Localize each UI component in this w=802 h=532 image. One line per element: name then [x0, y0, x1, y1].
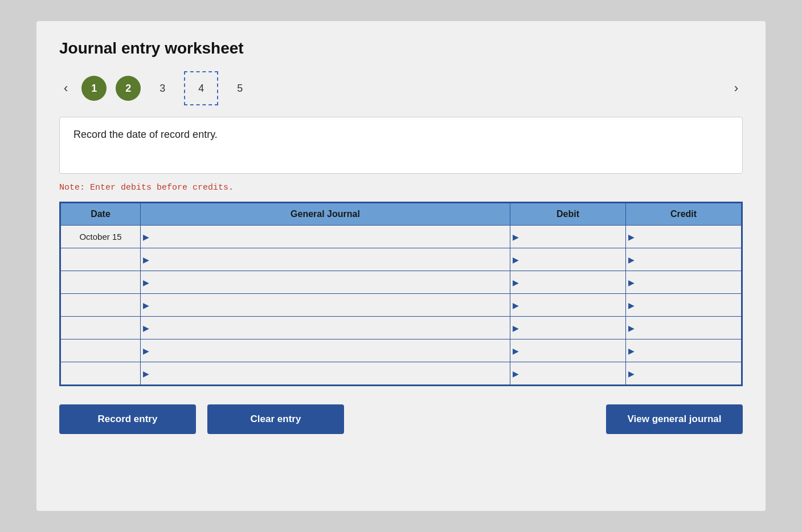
credit-arrow-4: ▶ [626, 324, 637, 333]
credit-cell-1[interactable]: ▶ [626, 248, 742, 271]
table-row: ▶▶▶ [61, 317, 742, 339]
debit-input-4[interactable] [521, 317, 625, 339]
credit-arrow-2: ▶ [626, 278, 637, 287]
debit-arrow-3: ▶ [510, 301, 521, 310]
debit-cell-5[interactable]: ▶ [510, 339, 626, 362]
credit-cell-6[interactable]: ▶ [626, 362, 742, 385]
journal-arrow-1: ▶ [141, 255, 152, 264]
instruction-text: Record the date of record entry. [73, 129, 729, 141]
record-entry-button[interactable]: Record entry [59, 404, 196, 434]
debit-arrow-4: ▶ [510, 324, 521, 333]
journal-input-2[interactable] [152, 271, 510, 293]
journal-input-5[interactable] [152, 339, 510, 362]
credit-arrow-3: ▶ [626, 301, 637, 310]
step-navigation: ‹ 1 2 3 4 5 › [59, 71, 743, 105]
journal-cell-1[interactable]: ▶ [141, 248, 510, 271]
debit-arrow-2: ▶ [510, 278, 521, 287]
journal-input-1[interactable] [152, 248, 510, 271]
note-text: Note: Enter debits before credits. [59, 183, 743, 193]
action-buttons: Record entry Clear entry View general jo… [59, 404, 743, 434]
debit-input-5[interactable] [521, 339, 625, 362]
journal-cell-5[interactable]: ▶ [141, 339, 510, 362]
credit-arrow-5: ▶ [626, 346, 637, 355]
credit-arrow-6: ▶ [626, 369, 637, 378]
journal-table-wrapper: Date General Journal Debit Credit Octobe… [59, 202, 743, 386]
credit-input-3[interactable] [637, 294, 741, 316]
journal-arrow-5: ▶ [141, 346, 152, 355]
col-debit: Debit [510, 203, 626, 226]
debit-input-6[interactable] [521, 362, 625, 384]
step-5[interactable]: 5 [227, 76, 252, 101]
page-title: Journal entry worksheet [59, 39, 743, 58]
date-cell-4 [61, 317, 141, 339]
col-journal: General Journal [141, 203, 510, 226]
credit-input-6[interactable] [637, 362, 741, 384]
journal-input-4[interactable] [152, 317, 510, 339]
step-3[interactable]: 3 [150, 76, 175, 101]
credit-input-4[interactable] [637, 317, 741, 339]
credit-input-1[interactable] [637, 248, 741, 271]
table-row: ▶▶▶ [61, 362, 742, 385]
debit-input-1[interactable] [521, 248, 625, 271]
main-container: Journal entry worksheet ‹ 1 2 3 4 5 › Re… [36, 21, 766, 511]
table-row: ▶▶▶ [61, 294, 742, 317]
step-1[interactable]: 1 [81, 76, 107, 101]
journal-arrow-0: ▶ [141, 232, 152, 242]
journal-cell-0[interactable]: ▶ [141, 226, 510, 248]
journal-arrow-2: ▶ [141, 278, 152, 287]
journal-cell-4[interactable]: ▶ [141, 317, 510, 339]
journal-input-3[interactable] [152, 294, 510, 316]
credit-cell-5[interactable]: ▶ [626, 339, 742, 362]
view-general-journal-button[interactable]: View general journal [606, 404, 743, 434]
col-credit: Credit [626, 203, 742, 226]
debit-input-0[interactable] [521, 226, 625, 248]
instruction-box: Record the date of record entry. [59, 117, 743, 174]
debit-cell-2[interactable]: ▶ [510, 271, 626, 294]
prev-arrow[interactable]: ‹ [59, 79, 72, 98]
debit-cell-1[interactable]: ▶ [510, 248, 626, 271]
debit-arrow-0: ▶ [510, 232, 521, 242]
journal-input-0[interactable] [152, 226, 510, 248]
credit-input-2[interactable] [637, 271, 741, 293]
clear-entry-button[interactable]: Clear entry [207, 404, 344, 434]
date-cell-3 [61, 294, 141, 317]
date-cell-5 [61, 339, 141, 362]
credit-arrow-0: ▶ [626, 232, 637, 242]
credit-cell-3[interactable]: ▶ [626, 294, 742, 317]
step-4[interactable]: 4 [184, 71, 218, 105]
col-date: Date [61, 203, 141, 226]
table-row: ▶▶▶ [61, 248, 742, 271]
debit-cell-0[interactable]: ▶ [510, 226, 626, 248]
debit-input-2[interactable] [521, 271, 625, 293]
credit-input-5[interactable] [637, 339, 741, 362]
journal-cell-6[interactable]: ▶ [141, 362, 510, 385]
debit-cell-6[interactable]: ▶ [510, 362, 626, 385]
table-row: ▶▶▶ [61, 271, 742, 294]
table-row: October 15▶▶▶ [61, 226, 742, 248]
journal-table: Date General Journal Debit Credit Octobe… [60, 203, 742, 385]
credit-input-0[interactable] [637, 226, 741, 248]
journal-input-6[interactable] [152, 362, 510, 384]
credit-arrow-1: ▶ [626, 255, 637, 264]
credit-cell-4[interactable]: ▶ [626, 317, 742, 339]
next-arrow[interactable]: › [730, 79, 743, 98]
debit-input-3[interactable] [521, 294, 625, 316]
journal-cell-2[interactable]: ▶ [141, 271, 510, 294]
debit-cell-4[interactable]: ▶ [510, 317, 626, 339]
date-cell-2 [61, 271, 141, 294]
date-cell-0: October 15 [61, 226, 141, 248]
credit-cell-0[interactable]: ▶ [626, 226, 742, 248]
journal-cell-3[interactable]: ▶ [141, 294, 510, 317]
journal-arrow-6: ▶ [141, 369, 152, 378]
credit-cell-2[interactable]: ▶ [626, 271, 742, 294]
date-cell-1 [61, 248, 141, 271]
journal-arrow-3: ▶ [141, 301, 152, 310]
debit-cell-3[interactable]: ▶ [510, 294, 626, 317]
table-row: ▶▶▶ [61, 339, 742, 362]
step-2[interactable]: 2 [116, 76, 141, 101]
journal-arrow-4: ▶ [141, 324, 152, 333]
date-cell-6 [61, 362, 141, 385]
debit-arrow-6: ▶ [510, 369, 521, 378]
debit-arrow-1: ▶ [510, 255, 521, 264]
debit-arrow-5: ▶ [510, 346, 521, 355]
